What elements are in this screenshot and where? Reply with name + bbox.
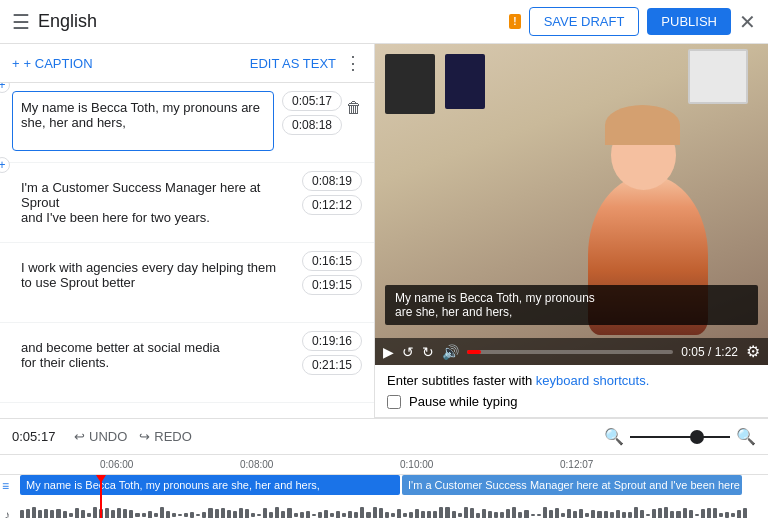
- forward-button[interactable]: ↻: [422, 344, 434, 360]
- end-time-3[interactable]: 0:19:15: [302, 275, 362, 295]
- add-caption-button[interactable]: + + CAPTION: [12, 56, 93, 71]
- publish-button[interactable]: PUBLISH: [647, 8, 731, 35]
- wave-bar: [196, 514, 200, 517]
- progress-bar[interactable]: [467, 350, 673, 354]
- start-time-4[interactable]: 0:19:16: [302, 331, 362, 351]
- pause-while-typing-label: Pause while typing: [409, 394, 517, 409]
- wave-bar: [20, 510, 24, 518]
- undo-icon: ↩: [74, 429, 85, 444]
- wave-bar: [622, 512, 626, 518]
- start-time-2[interactable]: 0:08:19: [302, 171, 362, 191]
- audio-track: ♪: [0, 505, 768, 518]
- wave-bar: [93, 507, 97, 518]
- wave-bar: [215, 509, 219, 518]
- undo-button[interactable]: ↩ UNDO: [74, 429, 127, 444]
- bottom-timeline-area: 0:05:17 ↩ UNDO ↪ REDO 🔍 🔍 0:06:00 0:08:0…: [0, 418, 768, 518]
- pause-while-typing-checkbox[interactable]: [387, 395, 401, 409]
- wave-bar: [81, 510, 85, 518]
- caption-text-area-2: I'm a Customer Success Manager here at S…: [12, 171, 294, 234]
- wave-bar: [245, 509, 249, 518]
- wave-bar: [56, 509, 60, 518]
- start-time-3[interactable]: 0:16:15: [302, 251, 362, 271]
- close-button[interactable]: ✕: [739, 10, 756, 34]
- wave-bar: [135, 513, 139, 517]
- wave-bar: [445, 507, 449, 518]
- flag-icon: !: [509, 14, 520, 29]
- wave-bar: [737, 510, 741, 518]
- caption-list: + My name is Becca Toth, my pronouns are…: [0, 83, 374, 418]
- wave-bar: [585, 513, 589, 518]
- caption-text-area-4: and become better at social media for th…: [12, 331, 294, 394]
- keyboard-shortcuts-link[interactable]: keyboard shortcuts.: [536, 373, 649, 388]
- wave-bar: [105, 508, 109, 518]
- timeline-toolbar: 0:05:17 ↩ UNDO ↪ REDO 🔍 🔍: [0, 419, 768, 455]
- caption-segment-1[interactable]: My name is Becca Toth, my pronouns are s…: [20, 475, 400, 495]
- wave-bar: [689, 510, 693, 518]
- play-button[interactable]: ▶: [383, 344, 394, 360]
- wave-bar: [427, 511, 431, 518]
- wave-bar: [628, 512, 632, 517]
- playhead[interactable]: [100, 475, 102, 518]
- caption-textarea-2[interactable]: I'm a Customer Success Manager here at S…: [12, 171, 294, 231]
- volume-button[interactable]: 🔊: [442, 344, 459, 360]
- wave-bar: [567, 509, 571, 518]
- wave-bar: [306, 511, 310, 518]
- zoom-slider[interactable]: [630, 436, 730, 438]
- video-placeholder: My name is Becca Toth, my pronouns are s…: [375, 44, 768, 365]
- keyboard-shortcuts-text: Enter subtitles faster with: [387, 373, 536, 388]
- insert-caption-above-1[interactable]: +: [0, 83, 10, 93]
- wave-bar: [640, 510, 644, 518]
- start-time-1[interactable]: 0:05:17: [282, 91, 342, 111]
- end-time-1[interactable]: 0:08:18: [282, 115, 342, 135]
- subtitle-info: Enter subtitles faster with keyboard sho…: [375, 365, 768, 418]
- wave-bar: [482, 509, 486, 518]
- wave-bar: [287, 508, 291, 518]
- wave-bar: [330, 513, 334, 518]
- wave-bar: [403, 513, 407, 518]
- more-options-button[interactable]: ⋮: [344, 52, 362, 74]
- wave-bar: [257, 514, 261, 516]
- wave-bar: [44, 509, 48, 518]
- wave-bar: [518, 512, 522, 518]
- end-time-2[interactable]: 0:12:12: [302, 195, 362, 215]
- zoom-in-icon[interactable]: 🔍: [736, 427, 756, 446]
- wave-bar: [129, 510, 133, 518]
- wave-bar: [318, 512, 322, 518]
- caption-times-2: 0:08:19 0:12:12: [302, 171, 362, 215]
- redo-button[interactable]: ↪ REDO: [139, 429, 192, 444]
- caption-textarea-4[interactable]: and become better at social media for th…: [12, 331, 294, 391]
- menu-icon[interactable]: ☰: [12, 10, 30, 34]
- wave-bar: [324, 510, 328, 518]
- header-left: ☰ English: [12, 10, 97, 34]
- wave-bar: [221, 508, 225, 518]
- wave-bar: [275, 507, 279, 518]
- wave-bar: [597, 511, 601, 518]
- wave-bar: [500, 512, 504, 517]
- wave-bar: [591, 510, 595, 518]
- delete-caption-1[interactable]: 🗑: [346, 99, 362, 117]
- wave-bar: [488, 511, 492, 518]
- insert-caption-above-2[interactable]: +: [0, 157, 10, 173]
- ruler-mark-1: 0:06:00: [100, 459, 133, 470]
- settings-icon[interactable]: ⚙: [746, 342, 760, 361]
- caption-textarea-1[interactable]: My name is Becca Toth, my pronouns are s…: [12, 91, 274, 151]
- wave-bar: [543, 507, 547, 518]
- wave-bar: [524, 510, 528, 518]
- wave-bar: [166, 511, 170, 518]
- wave-bar: [379, 508, 383, 518]
- rewind-button[interactable]: ↺: [402, 344, 414, 360]
- music-note-icon: ♪: [4, 508, 10, 518]
- end-time-4[interactable]: 0:21:15: [302, 355, 362, 375]
- wave-bar: [385, 512, 389, 518]
- zoom-out-icon[interactable]: 🔍: [604, 427, 624, 446]
- ruler-mark-4: 0:12:07: [560, 459, 593, 470]
- caption-segment-2[interactable]: I'm a Customer Success Manager here at S…: [402, 475, 742, 495]
- edit-as-text-button[interactable]: EDIT AS TEXT: [250, 56, 336, 71]
- save-draft-button[interactable]: SAVE DRAFT: [529, 7, 640, 36]
- wave-bar: [683, 508, 687, 518]
- caption-textarea-3[interactable]: I work with agencies every day helping t…: [12, 251, 294, 311]
- wave-bar: [409, 512, 413, 518]
- wave-bar: [75, 508, 79, 518]
- wave-bar: [366, 512, 370, 518]
- wave-bar: [111, 510, 115, 518]
